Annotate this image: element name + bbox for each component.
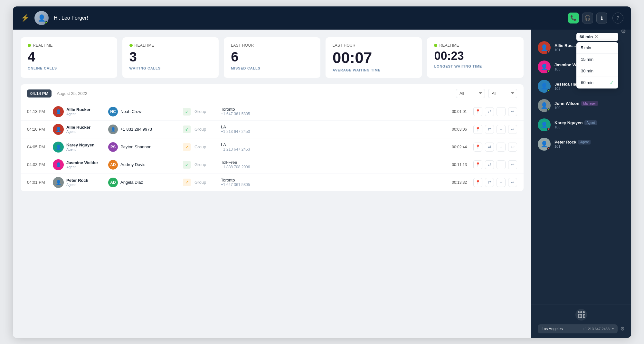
caller-info-1: NC Noah Crow [108, 107, 179, 116]
call-duration-2: 00:03:06 [444, 127, 467, 132]
call-action-forward-3[interactable]: → [497, 143, 506, 152]
agent-avatar-3: 👤 [53, 142, 64, 153]
agent-status-2 [547, 70, 550, 73]
call-action-more-5[interactable]: ↩ [508, 178, 517, 187]
agent-name-2: Allie Rucker [66, 125, 90, 130]
info-icon-btn[interactable]: ℹ [596, 13, 607, 23]
help-button[interactable]: ? [612, 13, 623, 23]
call-action-pin-3[interactable]: 📍 [473, 143, 482, 152]
agent-list-item-6[interactable]: 👤 Peter Rock Agent 101 [531, 135, 631, 154]
call-row: 04:13 PM 👤 Allie Rucker Agent NC Noah Cr… [21, 103, 524, 121]
realtime-dot-1 [28, 44, 31, 47]
call-action-transfer-4[interactable]: ⇄ [485, 160, 494, 169]
call-direction-1: ↙ [183, 108, 191, 116]
call-action-more-2[interactable]: ↩ [508, 125, 517, 134]
agent-info-2: 👤 Allie Rucker Agent [53, 124, 104, 135]
dropdown-close-icon[interactable]: ✕ [595, 34, 598, 39]
grid-dot [580, 311, 582, 313]
location-phone-1: +1 647 361 5305 [221, 112, 440, 116]
stat-type-1: Realtime [33, 43, 53, 48]
dropdown-selected-tag[interactable]: 60 min ✕ [576, 33, 618, 41]
call-action-more-4[interactable]: ↩ [508, 160, 517, 169]
realtime-dot-3 [434, 44, 437, 47]
location-info-4: Toll-Free +1 888 708 2096 [221, 160, 440, 169]
agent-list-avatar-2: 👤 [538, 60, 551, 73]
header-greeting: Hi, Leo Forger! [54, 15, 563, 21]
location-phone-5: +1 647 361 5305 [221, 182, 440, 187]
dropdown-option-5min-label: 5 min [581, 45, 591, 50]
call-duration-4: 00:11:13 [444, 163, 467, 167]
call-action-pin-5[interactable]: 📍 [473, 178, 482, 187]
realtime-dot-2 [129, 44, 133, 47]
grid-menu-button[interactable] [575, 309, 587, 321]
call-duration-3: 00:02:44 [444, 145, 467, 149]
call-action-more-1[interactable]: ↩ [508, 107, 517, 116]
agent-list-avatar-3: 👤 [538, 80, 551, 93]
agent-list-avatar-1: 👤 [538, 41, 551, 54]
dropdown-option-60min[interactable]: 60 min ✓ [576, 77, 618, 88]
check-icon: ✓ [610, 80, 614, 85]
call-action-more-3[interactable]: ↩ [508, 143, 517, 152]
agent-list-item-4[interactable]: 👤 John Wilson Manager 100 [531, 96, 631, 115]
grid-dot [578, 311, 580, 313]
header-icon-group: 📞 🎧 ℹ [568, 13, 607, 23]
dropdown-option-5min[interactable]: 5 min [576, 42, 618, 53]
caller-name-4: Audrey Davis [120, 162, 145, 167]
grid-dot [580, 316, 582, 318]
call-action-pin-2[interactable]: 📍 [473, 125, 482, 134]
agent-role-4: Agent [66, 165, 98, 169]
dropdown-option-30min-label: 30 min [581, 69, 593, 73]
location-name-3: LA [221, 142, 440, 147]
location-name-2: LA [221, 125, 440, 129]
caller-name-1: Noah Crow [120, 109, 141, 114]
grid-dot [583, 314, 585, 316]
dropdown-option-15min[interactable]: 15 min [576, 54, 618, 65]
call-action-forward-2[interactable]: → [497, 125, 506, 134]
agent-list-ext-4: 100 [554, 106, 625, 110]
user-avatar: 👤 [34, 11, 49, 25]
grid-dots-icon [578, 311, 585, 318]
call-action-pin-1[interactable]: 📍 [473, 107, 482, 116]
stat-waiting-calls: Realtime 3 WAITING CALLS [122, 37, 219, 78]
grid-dot [583, 316, 585, 318]
current-date: August 25, 2022 [57, 91, 87, 96]
call-action-transfer-5[interactable]: ⇄ [485, 178, 494, 187]
location-gear-icon[interactable]: ⚙ [620, 326, 625, 332]
dropdown-option-30min[interactable]: 30 min [576, 65, 618, 77]
call-action-transfer-1[interactable]: ⇄ [485, 107, 494, 116]
grid-dot [578, 314, 580, 316]
user-status-dot [45, 21, 48, 24]
call-group-1: Group [194, 109, 217, 114]
agent-status-6 [547, 147, 550, 150]
headset-icon-btn[interactable]: 🎧 [582, 13, 593, 23]
agent-list-name-5: Karey Nguyen [554, 120, 582, 125]
longest-wait-value: 00:23 [434, 50, 516, 62]
location-info-1: Toronto +1 647 361 5305 [221, 107, 440, 116]
call-action-forward-5[interactable]: → [497, 178, 506, 187]
location-info-3: LA +1 213 647 2453 [221, 142, 440, 152]
call-action-forward-4[interactable]: → [497, 160, 506, 169]
location-name-5: Toronto [221, 178, 440, 182]
agent-avatar-5: 👤 [53, 177, 64, 188]
location-selector[interactable]: Los Angeles +1 213 647 2453 ▾ [538, 324, 618, 333]
agent-list-item-5[interactable]: 👤 Karey Nguyen Agent 106 [531, 115, 631, 135]
phone-icon-btn[interactable]: 📞 [568, 13, 579, 23]
agent-name-5: Peter Rock [66, 178, 88, 183]
call-action-transfer-2[interactable]: ⇄ [485, 125, 494, 134]
caller-avatar-1: NC [108, 107, 118, 116]
sidebar-settings-icon[interactable]: ⚙ [621, 30, 626, 35]
call-action-forward-1[interactable]: → [497, 107, 506, 116]
dropdown-option-60min-label: 60 min [581, 80, 593, 85]
agent-status-4 [547, 108, 550, 112]
stats-row: Realtime 4 ONLINE CALLS Realtime 3 WAITI… [21, 37, 524, 78]
filter-select-2[interactable]: All [488, 89, 517, 98]
header: ⚡ 👤 Hi, Leo Forger! 📞 🎧 ℹ ? [13, 6, 631, 30]
stat-missed-calls: Last hour 6 MISSED CALLS [224, 37, 320, 78]
main-layout: Realtime 4 ONLINE CALLS Realtime 3 WAITI… [13, 30, 631, 338]
caller-info-2: 👤 +1 831 284 9973 [108, 125, 179, 134]
call-action-pin-4[interactable]: 📍 [473, 160, 482, 169]
call-actions-4: 📍 ⇄ → ↩ [473, 160, 517, 169]
call-action-transfer-3[interactable]: ⇄ [485, 143, 494, 152]
filter-select-1[interactable]: All [456, 89, 485, 98]
calls-header: 04:14 PM August 25, 2022 All All [21, 84, 524, 103]
